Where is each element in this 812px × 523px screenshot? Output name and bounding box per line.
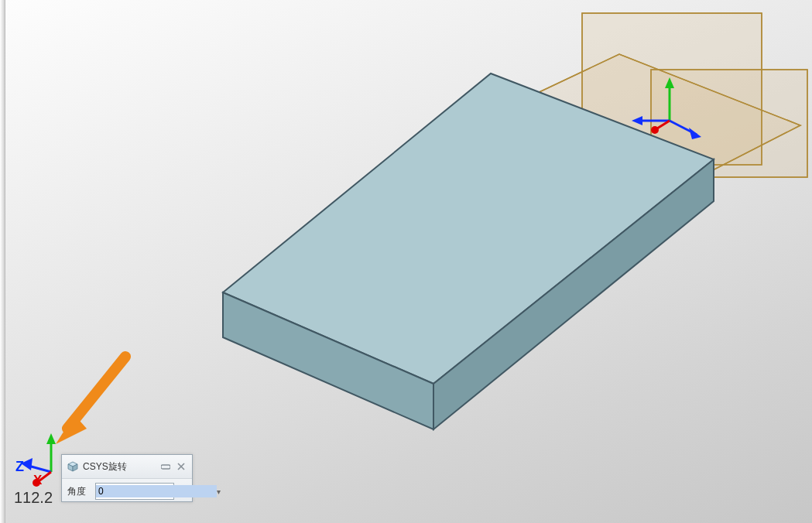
- svg-marker-20: [46, 433, 56, 444]
- close-icon[interactable]: [175, 461, 187, 472]
- svg-marker-2: [502, 54, 800, 186]
- csys-rotate-dialog[interactable]: CSYS旋转 角度 ▾: [61, 454, 193, 502]
- csys-origin: [632, 77, 701, 139]
- svg-line-15: [657, 121, 670, 128]
- status-readout: 112.2: [14, 489, 53, 507]
- svg-line-17: [67, 357, 125, 429]
- dialog-body: 角度 ▾: [62, 479, 192, 504]
- scene-svg: [0, 0, 812, 523]
- dialog-collapse-icon[interactable]: [159, 461, 172, 472]
- svg-line-21: [26, 465, 51, 472]
- angle-label: 角度: [67, 485, 86, 498]
- svg-marker-6: [223, 73, 714, 384]
- svg-marker-14: [689, 128, 701, 139]
- angle-combo[interactable]: ▾: [95, 483, 174, 500]
- angle-input[interactable]: [96, 485, 217, 497]
- axis-label-x: X: [33, 473, 42, 488]
- axis-label-z: Z: [15, 459, 24, 475]
- dialog-title: CSYS旋转: [83, 460, 156, 473]
- svg-marker-3: [582, 13, 762, 165]
- svg-marker-8: [433, 159, 714, 429]
- chevron-down-icon[interactable]: ▾: [217, 487, 221, 496]
- svg-marker-18: [56, 415, 87, 444]
- viewport-3d[interactable]: Z X 112.2 CSYS旋转 角度 ▾: [0, 0, 812, 523]
- svg-marker-4: [651, 70, 807, 177]
- svg-rect-28: [161, 465, 170, 469]
- svg-marker-1: [651, 70, 807, 177]
- svg-marker-0: [582, 13, 762, 165]
- cube-icon: [67, 460, 79, 473]
- svg-marker-10: [665, 77, 674, 88]
- svg-marker-12: [632, 116, 642, 125]
- dialog-titlebar[interactable]: CSYS旋转: [62, 455, 192, 479]
- svg-marker-5: [502, 54, 800, 186]
- svg-line-13: [670, 121, 697, 135]
- annotation-arrow: [56, 357, 125, 444]
- svg-point-16: [651, 126, 659, 134]
- svg-marker-7: [223, 292, 433, 429]
- left-panel-strip: [0, 0, 5, 523]
